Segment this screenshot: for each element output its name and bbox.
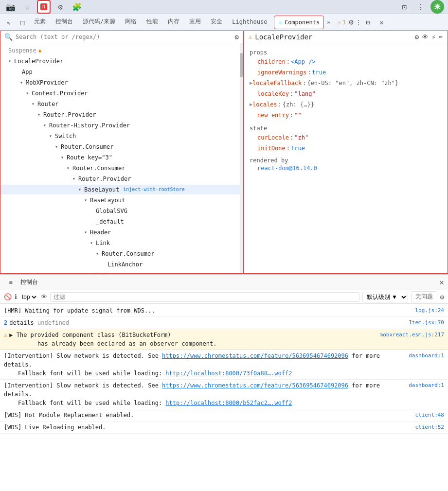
node-label: _default	[96, 217, 124, 226]
star-icon[interactable]: ☆	[20, 0, 34, 14]
tab-application[interactable]: 应用	[184, 14, 206, 31]
detail-settings-icon[interactable]: ⚙	[415, 33, 419, 41]
tree-arrow[interactable]	[8, 57, 14, 66]
tab-console[interactable]: 控制台	[51, 14, 78, 31]
tab-components[interactable]: ⚛ Components	[274, 16, 324, 29]
cursor-icon[interactable]: ⇖	[2, 16, 16, 29]
console-issues-button[interactable]: 无问题	[411, 291, 437, 302]
close-devtools-icon[interactable]: ✕	[375, 16, 389, 29]
devtools-more-dots[interactable]: ⋮	[356, 19, 361, 26]
tree-arrow[interactable]	[55, 142, 61, 151]
tree-arrow[interactable]	[37, 110, 43, 119]
settings-circle-icon[interactable]: ⚙	[54, 0, 67, 14]
list-item: Router	[0, 99, 243, 109]
chrome-top-bar: 📷 ☆ R ⚙ 🧩 ⊡ ⋮ 来	[0, 0, 448, 14]
list-item: Router.Provider	[0, 109, 243, 120]
console-settings-icon[interactable]: ⚙	[440, 293, 444, 301]
highlighted-icon[interactable]: R	[37, 0, 51, 14]
detail-component-name: LocaleProvider	[255, 33, 312, 41]
console-log-source[interactable]: mobxreact.esm.js:217	[380, 331, 444, 339]
console-close-button[interactable]: ✕	[439, 278, 444, 287]
list-item: Route key="3"	[0, 152, 243, 163]
tree-arrow[interactable]	[20, 78, 26, 87]
tree-arrow[interactable]	[84, 196, 90, 205]
tab-memory[interactable]: 内存	[163, 14, 184, 31]
console-log-row: 2 details undefined Item.jsx:70	[0, 317, 448, 329]
sidebar-icon[interactable]: ⊡	[397, 0, 411, 14]
prop-key: curLocale	[257, 133, 289, 142]
console-info-icon[interactable]: ℹ	[15, 293, 17, 300]
tree-arrow[interactable]	[26, 89, 32, 98]
console-log-source[interactable]: dashboard:1	[409, 381, 444, 407]
node-label: Suspense	[8, 46, 36, 55]
prop-row: children : <App />	[250, 57, 442, 67]
dock-icon[interactable]: ⊡	[361, 16, 375, 29]
svg-text:R: R	[42, 4, 46, 10]
tab-source[interactable]: 源代码/来源	[78, 14, 120, 31]
tab-security[interactable]: 安全	[206, 14, 227, 31]
tree-arrow[interactable]	[61, 153, 67, 162]
tree-arrow[interactable]	[67, 164, 72, 173]
tab-lighthouse-visible[interactable]: Lighthouse	[227, 14, 272, 31]
prop-row: ▶ locales : {zh: {…}}	[250, 100, 442, 109]
console-level-select[interactable]: 默认级别 ▼	[362, 292, 408, 302]
more-chrome-icon[interactable]: ⋮	[414, 0, 428, 14]
prop-value: <App />	[291, 57, 316, 66]
detail-content: props children : <App /> ignoreWarnings …	[244, 43, 448, 273]
intervention-link3[interactable]: https://www.chromestatus.com/feature/563…	[162, 382, 348, 389]
search-input[interactable]	[16, 34, 232, 40]
console-toolbar: ≡ 控制台 ✕	[0, 275, 448, 290]
tree-content: Suspense ▲ LocaleProvider	[0, 43, 243, 273]
rendered-by-value[interactable]: react-dom@16.14.0	[257, 165, 317, 172]
console-log-source[interactable]: Item.jsx:70	[409, 318, 444, 327]
tree-arrow[interactable]	[49, 132, 55, 140]
tree-arrow[interactable]	[43, 121, 49, 130]
tree-arrow[interactable]	[78, 185, 84, 194]
tab-network[interactable]: 网络	[120, 14, 142, 31]
prop-key: localeFallback	[252, 79, 302, 88]
devtools-settings-icon[interactable]: ⚙	[349, 18, 354, 27]
tab-elements[interactable]: 元素	[29, 14, 51, 31]
devtools-tabs-bar: ⇖ □ 元素 控制台 源代码/来源 网络 性能 内存 应用 安全 Compone…	[0, 14, 448, 31]
inspect-icon[interactable]: □	[16, 16, 29, 29]
capture-icon[interactable]: 📷	[4, 0, 18, 14]
console-log-source[interactable]: client:52	[415, 423, 444, 432]
intervention-link4[interactable]: http://localhost:8000/b52fac2….woff2	[165, 400, 292, 406]
prop-value: "zh"	[294, 133, 308, 142]
rendered-by-title: rendered by	[250, 157, 442, 164]
list-item: MobXProvider	[0, 77, 243, 88]
detail-bolt-icon[interactable]: ⚡	[431, 33, 435, 41]
extensions-icon[interactable]: 🧩	[70, 0, 84, 14]
console-frame-select[interactable]: top	[20, 293, 38, 301]
tree-arrow[interactable]	[84, 228, 90, 237]
tree-arrow[interactable]	[72, 175, 78, 183]
tree-arrow[interactable]	[90, 239, 96, 247]
avatar[interactable]: 来	[430, 0, 444, 14]
tree-gear-icon[interactable]: ⚙	[235, 33, 239, 41]
tab-performance[interactable]: 性能	[142, 14, 163, 31]
console-block-icon[interactable]: 🚫	[4, 293, 12, 300]
tab-more-button[interactable]: »	[324, 14, 333, 31]
warning-icon: ▲	[38, 46, 42, 55]
intervention-link1[interactable]: https://www.chromestatus.com/feature/563…	[162, 352, 348, 359]
console-log-text: [WDS] Live Reloading enabled.	[4, 423, 411, 432]
tree-scrollbar-thumb[interactable]	[240, 53, 243, 77]
search-icon[interactable]: 🔍	[4, 33, 13, 41]
detail-eye-icon[interactable]: 👁	[422, 33, 429, 41]
tree-arrow[interactable]	[90, 271, 96, 273]
console-filter-input[interactable]	[50, 292, 359, 302]
prop-value: true	[291, 144, 305, 153]
prop-row: ignoreWarnings : true	[250, 68, 442, 77]
tree-arrow[interactable]	[32, 100, 37, 108]
tree-arrow[interactable]	[96, 249, 102, 258]
detail-back-icon[interactable]: ⬅	[439, 33, 443, 41]
console-log-source[interactable]: dashboard:1	[409, 351, 444, 378]
console-eye-icon[interactable]: 👁	[41, 293, 47, 300]
prop-row: curLocale : "zh"	[250, 133, 442, 142]
console-menu-icon[interactable]: ≡	[4, 276, 18, 289]
console-count-badge: 2	[4, 318, 7, 327]
console-log-source[interactable]: client:48	[415, 411, 444, 420]
prop-row: new entry : ""	[250, 110, 442, 120]
console-log-source[interactable]: log.js:24	[415, 306, 444, 315]
intervention-link2[interactable]: http://localhost:8000/73f0a88….woff2	[165, 370, 292, 377]
